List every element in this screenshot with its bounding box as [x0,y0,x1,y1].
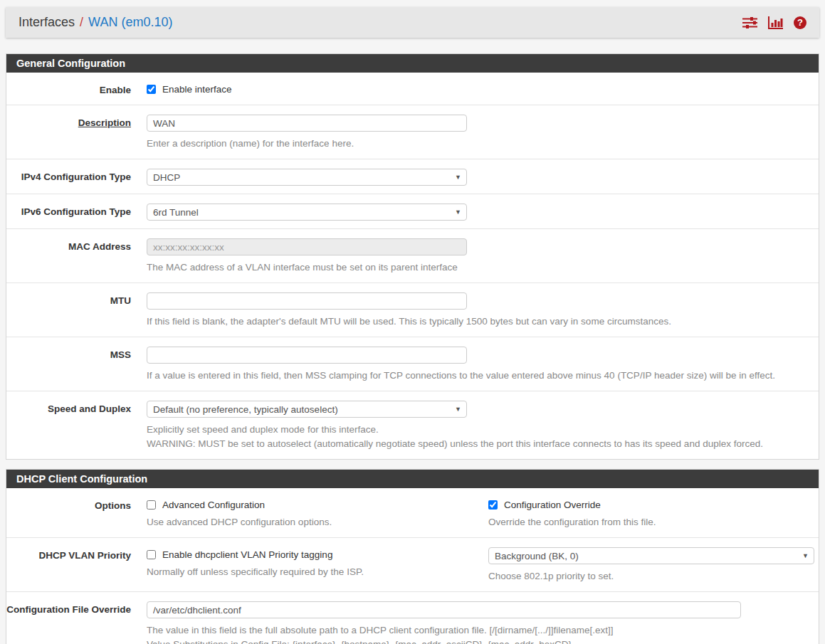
dhcp-client-configuration-title: DHCP Client Configuration [6,470,819,488]
form-row-dhcp-vlan-priority: DHCP VLAN Priority Enable dhcpclient VLA… [6,538,819,592]
configuration-file-override-input[interactable] [147,601,741,618]
mac-address-label: MAC Address [6,238,131,253]
vlan-priority-select-help: Choose 802.1p priority to set. [488,569,814,584]
mss-label: MSS [6,347,131,361]
general-configuration-title: General Configuration [6,54,819,73]
advanced-configuration-checkbox[interactable] [147,500,156,510]
vlan-priority-select-group: Background (BK, 0) ▼ Choose 802.1p prior… [488,547,814,584]
ipv4-type-select[interactable]: DHCP [147,169,467,186]
mtu-label: MTU [6,292,131,307]
page-title: Interfaces/WAN (em0.10) [19,15,172,30]
dhcp-client-configuration-body: Options Advanced Configuration Use advan… [6,488,819,644]
vlan-priority-select[interactable]: Background (BK, 0) [488,547,814,564]
form-row-description: Description Enter a description (name) f… [6,105,819,159]
mss-help: If a value is entered in this field, the… [147,369,814,383]
vlan-priority-tagging-help: Normally off unless specifically require… [147,565,471,579]
enable-interface-checkbox-label: Enable interface [162,84,232,95]
speed-duplex-label: Speed and Duplex [6,401,131,416]
form-row-configuration-file-override: Configuration File Override The value in… [6,592,819,644]
enable-label: Enable [6,82,131,97]
ipv6-type-label: IPv6 Configuration Type [6,204,131,218]
breadcrumb: Interfaces/WAN (em0.10) [6,7,819,38]
vlan-priority-tagging-group: Enable dhcpclient VLAN Priority tagging … [147,547,471,584]
question-mark-glyph: ? [794,16,806,29]
breadcrumb-separator: / [80,15,83,29]
configuration-override-help: Override the configuration from this fil… [488,515,814,529]
mac-address-help: The MAC address of a VLAN interface must… [147,260,814,275]
dhcp-vlan-priority-label: DHCP VLAN Priority [6,547,131,562]
configuration-override-checkbox[interactable] [488,500,498,510]
mac-address-input [147,238,467,255]
mtu-input[interactable] [147,292,467,310]
form-row-ipv6-type: IPv6 Configuration Type 6rd Tunnel ▼ [6,194,819,229]
form-row-enable: Enable Enable interface [6,73,819,105]
enable-interface-check[interactable]: Enable interface [147,82,814,95]
configuration-override-check[interactable]: Configuration Override [488,497,814,510]
form-row-speed-duplex: Speed and Duplex Default (no preference,… [6,391,819,459]
configuration-file-override-help-1: The value in this field is the full abso… [147,623,814,638]
bar-chart-icon[interactable] [768,16,783,29]
form-row-ipv4-type: IPv4 Configuration Type DHCP ▼ [6,159,819,194]
ipv4-type-label: IPv4 Configuration Type [6,169,131,184]
mss-input[interactable] [147,347,467,364]
configuration-file-override-label: Configuration File Override [6,601,131,616]
ipv4-type-select-wrap[interactable]: DHCP ▼ [147,169,467,186]
breadcrumb-section: Interfaces [19,15,75,29]
page: Interfaces/WAN (em0.10) [0,0,825,644]
header-actions: ? [742,16,806,29]
configuration-file-override-help-2: Value Substitutions in Config File: {int… [147,638,814,644]
sliders-icon[interactable] [742,16,757,29]
form-row-mss: MSS If a value is entered in this field,… [6,337,819,391]
general-configuration-body: Enable Enable interface Description Ente… [6,73,819,459]
breadcrumb-page-link[interactable]: WAN (em0.10) [88,15,172,29]
ipv6-type-select[interactable]: 6rd Tunnel [147,204,467,221]
vlan-priority-tagging-checkbox[interactable] [147,550,156,559]
advanced-configuration-check[interactable]: Advanced Configuration [147,497,471,510]
general-configuration-panel: General Configuration Enable Enable inte… [6,53,819,460]
form-row-mac-address: MAC Address The MAC address of a VLAN in… [6,229,819,283]
enable-interface-checkbox[interactable] [147,85,156,94]
advanced-configuration-help: Use advanced DHCP configuration options. [147,515,471,529]
speed-duplex-select[interactable]: Default (no preference, typically autose… [147,401,467,418]
advanced-configuration-checkbox-label: Advanced Configuration [162,500,265,510]
form-row-options: Options Advanced Configuration Use advan… [6,488,819,538]
vlan-priority-select-wrap[interactable]: Background (BK, 0) ▼ [488,547,814,564]
speed-duplex-warning: WARNING: MUST be set to autoselect (auto… [147,437,814,451]
configuration-override-group: Configuration Override Override the conf… [488,497,814,529]
configuration-override-checkbox-label: Configuration Override [504,500,601,510]
form-row-mtu: MTU If this field is blank, the adapter'… [6,283,819,337]
vlan-priority-tagging-checkbox-label: Enable dhcpclient VLAN Priority tagging [162,549,332,560]
speed-duplex-help: Explicitly set speed and duplex mode for… [147,423,814,437]
mtu-help: If this field is blank, the adapter's de… [147,315,814,329]
ipv6-type-select-wrap[interactable]: 6rd Tunnel ▼ [147,204,467,221]
advanced-configuration-group: Advanced Configuration Use advanced DHCP… [147,497,471,529]
vlan-priority-tagging-check[interactable]: Enable dhcpclient VLAN Priority tagging [147,547,471,560]
description-label: Description [6,115,131,130]
description-input[interactable] [147,115,467,132]
speed-duplex-select-wrap[interactable]: Default (no preference, typically autose… [147,401,467,418]
dhcp-client-configuration-panel: DHCP Client Configuration Options Advanc… [6,469,819,644]
help-icon[interactable]: ? [794,16,806,29]
description-help: Enter a description (name) for the inter… [147,137,814,151]
options-label: Options [6,497,131,512]
